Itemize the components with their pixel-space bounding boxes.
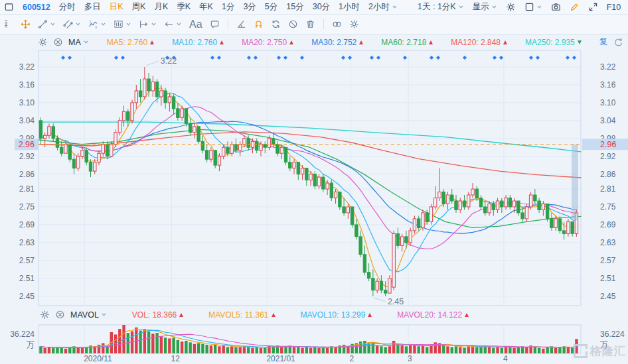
- tab-yearly-k[interactable]: 年K: [199, 1, 213, 13]
- hide-drawings-tool[interactable]: [287, 19, 299, 30]
- candles[interactable]: [39, 67, 578, 296]
- tab-monthly-k[interactable]: 月K: [154, 1, 168, 13]
- tab-30min[interactable]: 30分: [313, 1, 330, 13]
- sync-drawings-tool[interactable]: [270, 19, 281, 30]
- up-arrow-icon: [465, 313, 469, 317]
- fullscreen-icon[interactable]: [588, 2, 598, 12]
- current-price-label: 2.96: [19, 140, 35, 149]
- price-tick-left: 3.16: [19, 80, 35, 90]
- text-tool[interactable]: Aa: [189, 18, 203, 31]
- adjust-mode-button[interactable]: 前复权: [599, 35, 608, 49]
- toolbar-drag-handle[interactable]: [3, 19, 14, 30]
- event-marker-icon: [61, 56, 65, 60]
- svg-text:3: 3: [95, 26, 97, 29]
- indicator-settings-icon[interactable]: [40, 310, 50, 320]
- price-tick-right: 2.63: [600, 238, 616, 247]
- date-tick: 2021/01: [266, 354, 295, 363]
- price-tick-left: 2.92: [19, 152, 35, 161]
- extend-line-tool[interactable]: [138, 19, 157, 30]
- toolbar-item-label: 1小时: [339, 1, 360, 13]
- indicator-name: MAVOL: [70, 310, 99, 320]
- chevron-down-icon: [536, 4, 542, 10]
- up-arrow-icon: [179, 313, 183, 317]
- tab-1min[interactable]: 1分: [222, 1, 234, 13]
- event-marker-icon: [403, 56, 407, 60]
- toolbar-drag-handle-icon: [3, 19, 13, 29]
- screenshot-icon[interactable]: [551, 2, 561, 12]
- event-marker-icon: [341, 56, 345, 60]
- event-marker-icon: [430, 56, 433, 60]
- tab-quarterly-k[interactable]: 季K: [177, 1, 191, 13]
- display-menu[interactable]: 显示: [473, 1, 497, 13]
- reset-zoom-icon[interactable]: [613, 37, 623, 47]
- measure-tool[interactable]: [113, 19, 132, 30]
- trendline-tool[interactable]: [37, 19, 56, 30]
- window-icon[interactable]: [4, 2, 14, 12]
- price-tick-left: 3.22: [19, 62, 35, 72]
- tab-3min[interactable]: 3分: [243, 1, 256, 13]
- channel-tool[interactable]: [62, 19, 82, 30]
- indicator-value-text: MA60: 2.718: [381, 38, 426, 47]
- up-arrow-icon: [359, 40, 363, 44]
- drawing-settings-icon: [349, 19, 359, 29]
- indicator-value-ma10: MA10: 2.760: [172, 38, 224, 47]
- low-leader-line: [374, 298, 386, 302]
- event-marker-icon: [247, 56, 251, 60]
- indicator-value-text: VOL: 18.366: [132, 310, 177, 320]
- f10-button[interactable]: F10: [607, 3, 621, 12]
- tab-1hour[interactable]: 1小时: [339, 1, 360, 13]
- tab-minute[interactable]: 分时: [59, 1, 76, 13]
- indicator-selector[interactable]: MA: [68, 38, 89, 47]
- toolbar-item-label: 2小时: [368, 1, 390, 13]
- tab-weekly-k[interactable]: 周K: [132, 1, 146, 13]
- layout-icon[interactable]: [524, 2, 542, 12]
- date-tick: 2020/11: [84, 354, 112, 363]
- indicator-selector[interactable]: MAVOL: [70, 310, 107, 320]
- price-tick-right: 3.04: [600, 116, 616, 125]
- angle-tool[interactable]: [236, 19, 247, 30]
- indicator-value-text: MA120: 2.848: [451, 38, 501, 47]
- price-tick-left: 2.45: [19, 292, 35, 301]
- comment-tool[interactable]: [209, 19, 220, 30]
- magnet-tool[interactable]: [253, 19, 264, 30]
- indicator-value-mavol10: MAVOL10: 13.299: [301, 310, 372, 320]
- indicator-value-ma5: MA5: 2.760: [107, 38, 154, 47]
- indicator-value-ma60: MA60: 2.718: [381, 38, 433, 47]
- tab-5min[interactable]: 5分: [265, 1, 277, 13]
- hide-drawings-tool-icon: [288, 19, 298, 29]
- angle-tool-icon: [236, 19, 246, 29]
- chevron-down-icon: [151, 21, 157, 27]
- event-marker-icon: [68, 56, 72, 60]
- toolbar-item-label: 1分: [222, 1, 234, 13]
- up-arrow-icon: [289, 40, 293, 44]
- volume-bars[interactable]: [39, 325, 578, 353]
- compare-tool[interactable]: [331, 19, 343, 30]
- volume-axis-right: 36.224: [600, 330, 625, 339]
- current-price-label: 2.96: [600, 140, 616, 149]
- tab-15min[interactable]: 15分: [286, 1, 303, 13]
- tab-multiday[interactable]: 多日: [84, 1, 101, 13]
- delete-drawings-tool[interactable]: [305, 19, 316, 30]
- stock-code[interactable]: 600512: [23, 3, 50, 12]
- indicator-settings-icon[interactable]: [38, 37, 48, 47]
- toolbar-item-label: 3分: [243, 1, 256, 13]
- tab-2hour[interactable]: 2小时: [368, 1, 398, 13]
- arrow-tool[interactable]: [163, 19, 183, 30]
- current-bar-highlight: [572, 145, 578, 220]
- indicator-close-icon[interactable]: [53, 37, 63, 47]
- measure-tool-icon: [114, 19, 123, 29]
- price-tick-right: 2.75: [600, 202, 616, 212]
- tab-daily-k[interactable]: 日K: [110, 1, 123, 13]
- compare-tool-icon: [332, 19, 342, 29]
- move-tool[interactable]: [20, 19, 31, 30]
- wave-tool[interactable]: 13: [88, 19, 107, 30]
- settings-icon: [506, 2, 516, 12]
- watermark: 格隆汇: [574, 343, 626, 359]
- indicator-close-icon[interactable]: [55, 310, 65, 320]
- draw-icon[interactable]: [570, 2, 580, 12]
- drawing-settings-icon[interactable]: [349, 19, 360, 30]
- date-tick: 2: [349, 354, 354, 363]
- multi-period-select[interactable]: 1天 : 1分K: [418, 1, 464, 13]
- settings-icon[interactable]: [506, 2, 516, 12]
- event-marker-icon: [463, 56, 467, 60]
